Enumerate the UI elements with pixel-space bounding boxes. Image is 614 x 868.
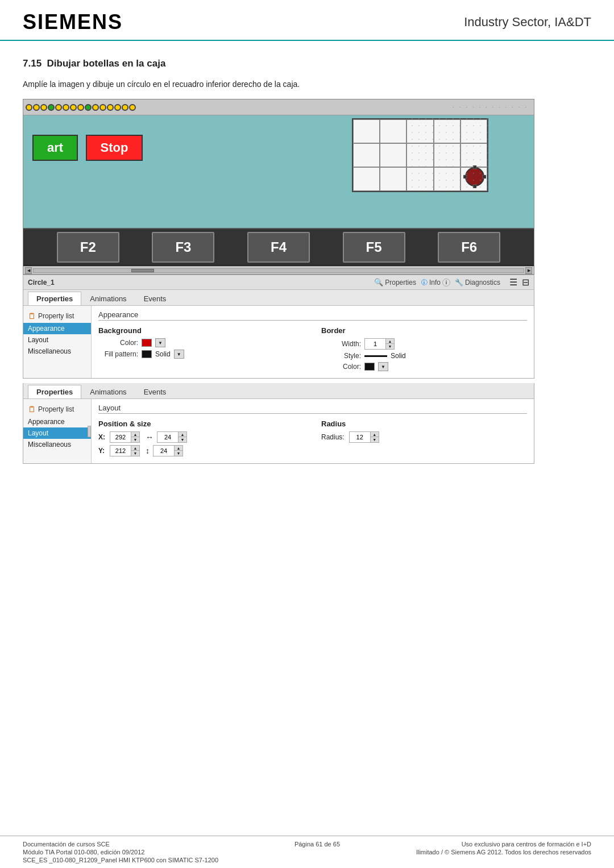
y-value[interactable] xyxy=(110,446,131,456)
panel-1-body: 🗒 Property list Appearance Layout Miscel… xyxy=(23,306,534,378)
sidebar-resize-handle-2[interactable] xyxy=(88,426,91,437)
f2-button[interactable]: F2 xyxy=(57,232,119,263)
border-width-value[interactable] xyxy=(365,339,385,349)
height-value[interactable] xyxy=(154,446,174,456)
footer-right-1: Uso exclusivo para centros de formación … xyxy=(416,841,591,848)
f4-button[interactable]: F4 xyxy=(247,232,310,263)
f5-button[interactable]: F5 xyxy=(343,232,405,263)
properties-panel-2: Properties Animations Events 🗒 Property … xyxy=(23,383,534,464)
width-icon: ↔ xyxy=(146,433,154,442)
grid-cell-2 xyxy=(380,119,406,143)
f3-button[interactable]: F3 xyxy=(152,232,214,263)
tab-animations-2[interactable]: Animations xyxy=(81,385,135,398)
y-spin-up[interactable]: ▲ xyxy=(131,446,139,451)
border-style-value: Solid xyxy=(391,352,406,360)
section-title: Dibujar botellas en la caja xyxy=(47,58,166,69)
panel-1-titlebar: Circle_1 🔍 Properties 🛈 Info i 🔧 Diagnos… xyxy=(23,275,534,290)
sidebar-property-list-2[interactable]: 🗒 Property list xyxy=(23,402,91,416)
conveyor-dot-8 xyxy=(77,104,84,111)
conveyor-dot-11 xyxy=(99,104,106,111)
tab-properties-1[interactable]: Properties xyxy=(28,292,81,305)
sidebar-miscellaneous-2[interactable]: Miscellaneous xyxy=(23,439,91,450)
sidebar-property-list-1[interactable]: 🗒 Property list xyxy=(23,309,91,323)
w-spin-up[interactable]: ▲ xyxy=(179,432,186,437)
sidebar-miscellaneous-1[interactable]: Miscellaneous xyxy=(23,346,91,357)
radius-row: Radius: ▲ ▼ xyxy=(321,431,527,443)
width-value[interactable] xyxy=(157,432,178,442)
property-list-label: Property list xyxy=(38,312,74,320)
hmi-container: · · · · · · · · · · · · art Stop xyxy=(23,99,534,275)
panel-2-body: 🗒 Property list Appearance Layout Miscel… xyxy=(23,399,534,463)
h-spin-up[interactable]: ▲ xyxy=(175,446,182,451)
border-col: Border Width: ▲ ▼ xyxy=(321,326,527,373)
r-spin-down[interactable]: ▼ xyxy=(371,437,379,442)
f6-button[interactable]: F6 xyxy=(438,232,500,263)
border-width-spinner[interactable]: ▲ ▼ xyxy=(385,339,394,349)
y-input[interactable]: ▲ ▼ xyxy=(110,445,140,456)
spin-up[interactable]: ▲ xyxy=(386,339,394,344)
y-spin-down[interactable]: ▼ xyxy=(131,451,139,456)
h-spin-down[interactable]: ▼ xyxy=(175,451,182,456)
r-spin-up[interactable]: ▲ xyxy=(371,432,379,437)
bg-color-dropdown[interactable]: ▼ xyxy=(155,338,165,347)
tab-events-1[interactable]: Events xyxy=(135,292,175,305)
scroll-left-arrow[interactable]: ◀ xyxy=(25,267,32,274)
section-heading: 7.15 Dibujar botellas en la caja xyxy=(23,58,591,69)
border-width-input[interactable]: ▲ ▼ xyxy=(364,338,395,350)
grid-cell-11 xyxy=(353,167,380,191)
hscroll-thumb[interactable] xyxy=(131,269,154,272)
height-spinner[interactable]: ▲ ▼ xyxy=(174,446,182,456)
fill-pattern-dropdown[interactable]: ▼ xyxy=(174,350,184,359)
hmi-screen: art Stop xyxy=(23,115,534,229)
hscroll-track xyxy=(33,268,524,273)
stop-button[interactable]: Stop xyxy=(86,135,143,161)
info-tab-icon[interactable]: 🛈 Info i xyxy=(421,279,450,286)
border-style-row: Style: Solid xyxy=(321,352,527,360)
tab-animations-1[interactable]: Animations xyxy=(81,292,135,305)
width-input[interactable]: ▲ ▼ xyxy=(157,431,187,443)
x-spin-down[interactable]: ▼ xyxy=(131,437,139,442)
page-content: 7.15 Dibujar botellas en la caja Amplíe … xyxy=(0,41,614,514)
panel-1-tab-group: 🔍 Properties 🛈 Info i 🔧 Diagnostics ☰ ⊟ xyxy=(374,277,529,288)
border-color-label: Color: xyxy=(321,363,361,371)
position-col: Position & size X: ▲ ▼ xyxy=(98,420,304,459)
panel-menu-icon[interactable]: ☰ xyxy=(509,277,517,288)
tab-properties-2[interactable]: Properties xyxy=(28,385,81,398)
diagnostics-tab-icon[interactable]: 🔧 Diagnostics xyxy=(455,279,500,286)
border-color-swatch[interactable] xyxy=(364,363,375,371)
y-field-row: Y: ▲ ▼ ↕ xyxy=(98,445,304,456)
radius-spinner[interactable]: ▲ ▼ xyxy=(370,432,379,442)
art-button[interactable]: art xyxy=(32,135,78,161)
x-field-row: X: ▲ ▼ ↔ xyxy=(98,431,304,443)
panel-close-icon[interactable]: ⊟ xyxy=(522,277,529,288)
info-label: Info xyxy=(429,279,441,286)
radius-col: Radius Radius: ▲ ▼ xyxy=(321,420,527,459)
grid-cell-1 xyxy=(353,119,380,143)
spin-down[interactable]: ▼ xyxy=(386,344,394,349)
tab-events-2[interactable]: Events xyxy=(135,385,175,398)
sidebar-appearance-1[interactable]: Appearance xyxy=(23,323,91,334)
x-spin-up[interactable]: ▲ xyxy=(131,432,139,437)
x-input[interactable]: ▲ ▼ xyxy=(110,431,140,443)
panel-1-main: Appearance Background Color: ▼ Fill xyxy=(92,306,534,378)
border-color-dropdown[interactable]: ▼ xyxy=(378,362,388,371)
y-spinner[interactable]: ▲ ▼ xyxy=(131,446,139,456)
border-style-line xyxy=(364,355,387,357)
w-spin-down[interactable]: ▼ xyxy=(179,437,186,442)
properties-tab-icon[interactable]: 🔍 Properties xyxy=(374,278,416,286)
radius-value[interactable] xyxy=(350,432,370,442)
bg-color-swatch[interactable] xyxy=(142,339,152,347)
sidebar-layout-2[interactable]: Layout xyxy=(23,427,91,439)
border-width-row: Width: ▲ ▼ xyxy=(321,338,527,350)
radius-input[interactable]: ▲ ▼ xyxy=(349,431,379,443)
dot-grid-indicator: · · · · · · · · · · · · xyxy=(277,104,532,110)
sidebar-layout-1[interactable]: Layout xyxy=(23,334,91,346)
sidebar-appearance-2[interactable]: Appearance xyxy=(23,416,91,427)
x-spinner[interactable]: ▲ ▼ xyxy=(131,432,139,442)
height-input[interactable]: ▲ ▼ xyxy=(153,445,183,456)
footer-right: Uso exclusivo para centros de formación … xyxy=(416,841,591,863)
panel-1-two-col: Background Color: ▼ Fill pattern: Solid xyxy=(98,326,527,373)
x-value[interactable] xyxy=(110,432,131,442)
scroll-right-arrow[interactable]: ▶ xyxy=(525,267,532,274)
width-spinner[interactable]: ▲ ▼ xyxy=(178,432,186,442)
